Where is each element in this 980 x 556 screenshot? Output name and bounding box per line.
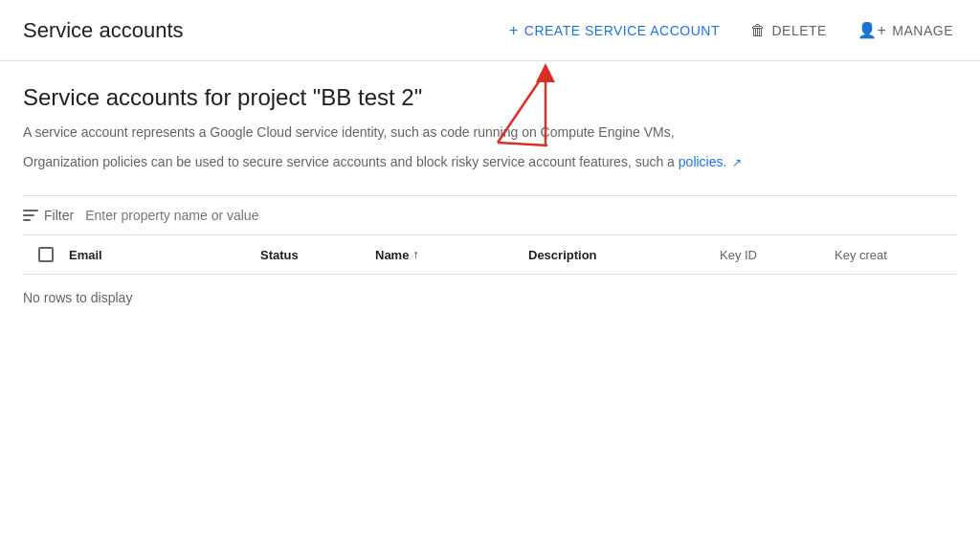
table-section: Email Status Name ↑ Description Key ID K… [23,234,957,321]
plus-icon: + [509,22,519,39]
table-header: Email Status Name ↑ Description Key ID K… [23,235,957,275]
org-policy-text: Organization policies can be used to sec… [23,152,957,172]
create-service-account-button[interactable]: + CREATE SERVICE ACCOUNT [505,14,724,47]
main-content: Service accounts for project "BB test 2"… [0,61,980,321]
person-add-icon: 👤+ [858,21,886,39]
filter-control[interactable]: Filter [23,208,74,223]
col-key-created: Key creat [835,248,949,262]
page-title: Service accounts [23,18,184,43]
no-rows-message: No rows to display [23,275,957,321]
delete-button[interactable]: 🗑 DELETE [746,14,831,47]
col-status: Status [260,248,375,262]
external-link-icon: ↗ [732,156,742,169]
filter-section: Filter [23,195,957,234]
select-all-checkbox[interactable] [38,247,54,262]
col-name[interactable]: Name ↑ [375,248,528,262]
page-heading: Service accounts for project "BB test 2" [23,84,957,111]
filter-icon [23,210,38,221]
description-text: A service account represents a Google Cl… [23,122,957,143]
filter-input[interactable] [85,208,957,223]
col-description: Description [528,248,720,262]
select-all-checkbox-cell[interactable] [23,247,69,262]
toolbar: Service accounts + CREATE SERVICE ACCOUN… [0,0,980,61]
toolbar-actions: + CREATE SERVICE ACCOUNT 🗑 DELETE 👤+ MAN… [505,13,957,47]
policies-link[interactable]: policies. ↗ [679,154,742,169]
filter-label: Filter [44,208,74,223]
manage-button[interactable]: 👤+ MANAGE [854,13,957,47]
col-email: Email [69,248,260,262]
sort-arrow-icon: ↑ [412,248,418,261]
trash-icon: 🗑 [750,22,767,39]
col-key-id: Key ID [720,248,835,262]
